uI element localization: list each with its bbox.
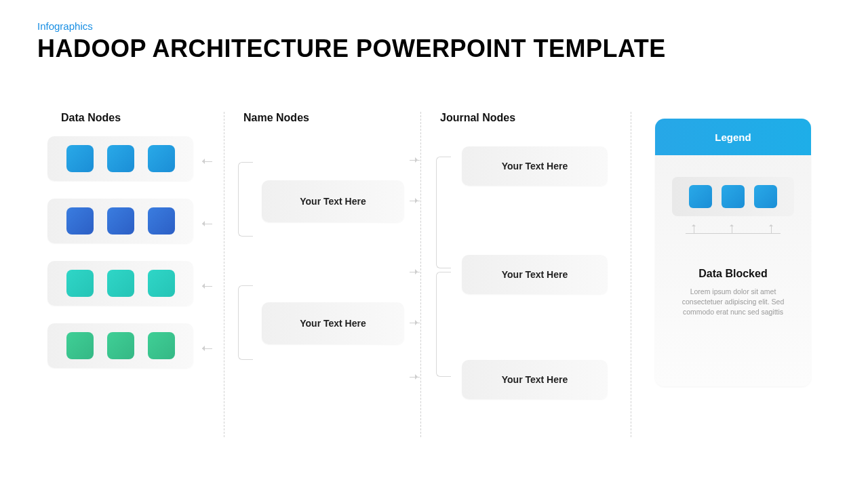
connector-bracket — [238, 162, 253, 237]
column-title-journal: Journal Nodes — [440, 112, 631, 124]
column-title-data: Data Nodes — [61, 112, 224, 124]
block-icon — [148, 332, 175, 359]
legend-node-sample — [672, 177, 794, 216]
block-icon — [107, 332, 134, 359]
connector-arrow-icon — [200, 220, 212, 228]
page-title: HADOOP ARCHITECTURE POWERPOINT TEMPLATE — [37, 35, 666, 63]
connector-bracket — [436, 157, 451, 268]
connector-arrow-icon — [200, 283, 212, 291]
legend-title: Data Blocked — [698, 268, 767, 280]
overline: Infographics — [37, 20, 666, 32]
block-icon — [66, 332, 94, 359]
legend-arrows-icon — [686, 220, 781, 237]
legend-body: Lorem ipsum dolor sit amet consectetuer … — [655, 287, 811, 318]
column-journal-nodes: Journal Nodes Your Text Here Your Text H… — [420, 112, 631, 437]
legend-panel: Legend Data Blocked Lorem ipsum dolor si… — [655, 119, 811, 386]
data-node-row — [47, 323, 193, 368]
connector-arrow-icon — [408, 319, 420, 327]
connector-arrow-icon — [408, 157, 420, 165]
block-icon — [148, 145, 175, 172]
journal-node-card: Your Text Here — [462, 255, 608, 294]
journal-node-card: Your Text Here — [462, 146, 608, 186]
block-icon — [148, 207, 175, 235]
data-node-row — [47, 199, 193, 243]
block-icon — [66, 145, 94, 172]
name-node-card: Your Text Here — [262, 180, 404, 222]
block-icon — [107, 207, 134, 235]
data-node-row — [47, 261, 193, 306]
connector-bracket — [238, 285, 253, 360]
column-title-name: Name Nodes — [243, 112, 420, 124]
legend-header: Legend — [655, 119, 811, 155]
column-name-nodes: Name Nodes Your Text Here Your Text Here — [224, 112, 420, 437]
block-icon — [148, 270, 175, 297]
block-icon — [754, 185, 777, 208]
connector-arrow-icon — [200, 345, 212, 353]
data-node-row — [47, 136, 193, 181]
connector-arrow-icon — [408, 197, 420, 205]
connector-bracket — [436, 272, 451, 377]
name-node-card: Your Text Here — [262, 302, 404, 344]
column-legend: Legend Data Blocked Lorem ipsum dolor si… — [631, 112, 821, 437]
connector-arrow-icon — [408, 268, 420, 277]
block-icon — [722, 185, 745, 208]
block-icon — [66, 207, 94, 235]
journal-node-card: Your Text Here — [462, 360, 608, 399]
column-data-nodes: Data Nodes — [47, 112, 224, 437]
block-icon — [107, 145, 134, 172]
block-icon — [66, 270, 94, 297]
block-icon — [689, 185, 712, 208]
diagram: Data Nodes — [47, 112, 821, 437]
connector-arrow-icon — [200, 158, 212, 166]
block-icon — [107, 270, 134, 297]
connector-arrow-icon — [408, 373, 420, 382]
